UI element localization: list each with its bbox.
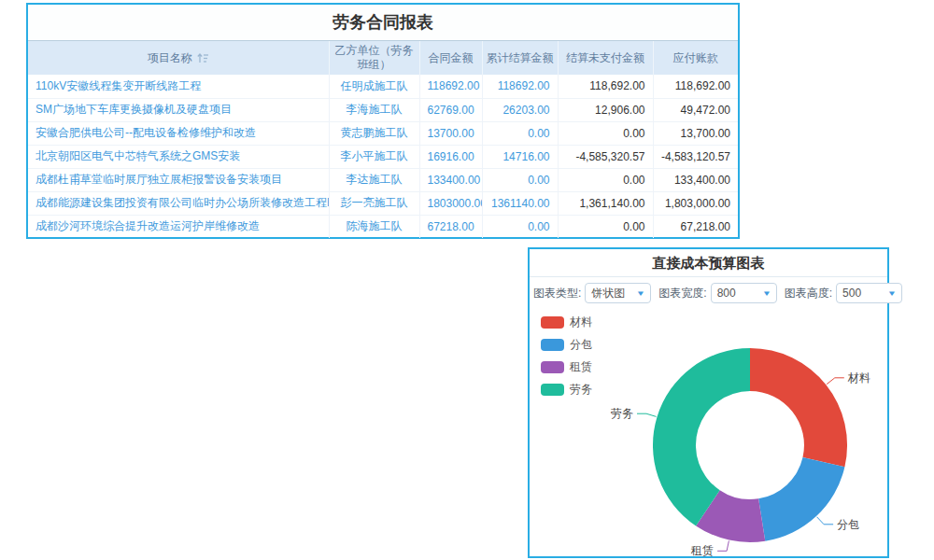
team-cell: 李小平施工队: [329, 145, 419, 168]
settled-amount-cell: 0.00: [482, 121, 558, 145]
direct-cost-budget-chart-panel: 直接成本预算图表 图表类型:饼状图▼图表宽度:800▼图表高度:500▼ 材料分…: [528, 247, 889, 558]
label-line-租赁: [717, 541, 729, 552]
team-cell: 黄志鹏施工队: [329, 121, 419, 145]
settled-amount-cell: 14716.00: [482, 145, 558, 168]
pie-slice-材料[interactable]: [750, 348, 847, 467]
contract-amount-cell: 13700.00: [419, 121, 482, 145]
team-cell: 李达施工队: [329, 168, 419, 191]
payable-amount-cell: 67,218.00: [653, 215, 738, 238]
chart-width-select[interactable]: 800▼: [711, 283, 777, 303]
team-cell: 李海施工队: [329, 98, 419, 121]
unpaid-amount-cell: -4,585,320.57: [558, 145, 653, 168]
column-header-5: 应付账款: [653, 41, 738, 75]
chart-legend: 材料分包租赁劳务: [541, 315, 592, 404]
table-row: 成都杜甫草堂临时展厅独立展柜报警设备安装项目李达施工队133400.000.00…: [28, 168, 738, 191]
chevron-down-icon: ▼: [762, 289, 771, 298]
project-name-cell[interactable]: 北京朝阳区电气中芯特气系统之GMS安装: [28, 145, 329, 168]
payable-amount-cell: 133,400.00: [653, 168, 738, 191]
chevron-down-icon: ▼: [887, 289, 897, 298]
chart-width-control: 图表宽度:800▼: [658, 283, 776, 303]
column-header-0[interactable]: 项目名称: [28, 41, 329, 75]
selected-value: 800: [717, 287, 736, 300]
legend-label: 劳务: [570, 382, 592, 398]
project-name-cell[interactable]: SM广场地下车库更换摄像机及硬盘项目: [28, 98, 329, 121]
chart-type-label: 图表类型:: [533, 286, 581, 301]
legend-swatch: [541, 316, 564, 329]
label-line-劳务: [637, 413, 657, 416]
chevron-down-icon: ▼: [636, 289, 645, 298]
contract-amount-cell: 67218.00: [419, 215, 482, 238]
legend-item-租赁[interactable]: 租赁: [541, 359, 592, 375]
column-header-2: 合同金额: [419, 41, 482, 75]
settled-amount-cell: 0.00: [482, 215, 558, 238]
settled-amount-cell: 26203.00: [482, 98, 558, 121]
project-name-cell[interactable]: 成都能源建设集团投资有限公司临时办公场所装修改造工程EPC: [28, 191, 329, 215]
column-header-label: 项目名称: [148, 51, 192, 64]
table-row: SM广场地下车库更换摄像机及硬盘项目李海施工队62769.0026203.001…: [28, 98, 738, 121]
table-row: 北京朝阳区电气中芯特气系统之GMS安装李小平施工队16916.0014716.0…: [28, 145, 738, 168]
unpaid-amount-cell: 0.00: [558, 215, 653, 238]
labor-contract-report-panel: 劳务合同报表 项目名称乙方单位（劳务班组）合同金额累计结算金额结算未支付金额应付…: [26, 3, 740, 239]
team-cell: 彭一亮施工队: [329, 191, 419, 215]
table-header-row: 项目名称乙方单位（劳务班组）合同金额累计结算金额结算未支付金额应付账款: [28, 41, 738, 75]
table-row: 成都沙河环境综合提升改造运河护岸维修改造陈海施工队67218.000.000.0…: [28, 215, 738, 238]
chart-panel-title: 直接成本预算图表: [530, 249, 887, 277]
selected-value: 500: [842, 287, 861, 300]
project-name-cell[interactable]: 安徽合肥供电公司--配电设备检修维护和改造: [28, 121, 329, 145]
unpaid-amount-cell: 0.00: [558, 121, 653, 145]
report-title: 劳务合同报表: [28, 5, 738, 41]
unpaid-amount-cell: 12,906.00: [558, 98, 653, 121]
legend-label: 分包: [570, 337, 592, 353]
slice-label-租赁: 租赁: [690, 544, 714, 556]
label-line-分包: [817, 517, 834, 525]
column-header-4: 结算未支付金额: [558, 41, 653, 75]
column-header-1: 乙方单位（劳务班组）: [329, 41, 419, 75]
payable-amount-cell: -4,583,120.57: [653, 145, 738, 168]
unpaid-amount-cell: 1,361,140.00: [558, 191, 653, 215]
slice-label-材料: 材料: [847, 371, 870, 385]
labor-contract-table: 项目名称乙方单位（劳务班组）合同金额累计结算金额结算未支付金额应付账款 110k…: [28, 41, 738, 238]
settled-amount-cell: 118692.00: [482, 75, 558, 98]
unpaid-amount-cell: 0.00: [558, 168, 653, 191]
payable-amount-cell: 13,700.00: [653, 121, 738, 145]
chart-height-label: 图表高度:: [785, 286, 832, 301]
payable-amount-cell: 1,803,000.00: [653, 191, 738, 215]
unpaid-amount-cell: 118,692.00: [558, 75, 653, 98]
settled-amount-cell: 1361140.00: [482, 191, 558, 215]
legend-item-劳务[interactable]: 劳务: [541, 382, 592, 398]
project-name-cell[interactable]: 成都杜甫草堂临时展厅独立展柜报警设备安装项目: [28, 168, 329, 191]
chart-type-control: 图表类型:饼状图▼: [533, 283, 651, 303]
legend-swatch: [541, 361, 564, 373]
table-row: 成都能源建设集团投资有限公司临时办公场所装修改造工程EPC彭一亮施工队18030…: [28, 191, 738, 215]
legend-label: 租赁: [570, 359, 592, 375]
slice-label-分包: 分包: [837, 518, 859, 531]
legend-item-材料[interactable]: 材料: [541, 315, 592, 330]
label-line-材料: [827, 378, 844, 385]
legend-swatch: [541, 339, 564, 351]
contract-amount-cell: 62769.00: [419, 98, 482, 121]
contract-amount-cell: 1803000.00: [419, 191, 482, 215]
contract-amount-cell: 16916.00: [419, 145, 482, 168]
chart-type-select[interactable]: 饼状图▼: [585, 283, 651, 303]
team-cell: 任明成施工队: [329, 75, 419, 98]
chart-width-label: 图表宽度:: [658, 286, 706, 301]
table-row: 安徽合肥供电公司--配电设备检修维护和改造黄志鹏施工队13700.000.000…: [28, 121, 738, 145]
slice-label-劳务: 劳务: [611, 407, 633, 420]
payable-amount-cell: 118,692.00: [653, 75, 738, 98]
contract-amount-cell: 118692.00: [419, 75, 482, 98]
payable-amount-cell: 49,472.00: [653, 98, 738, 121]
pie-slice-分包[interactable]: [758, 457, 844, 541]
legend-item-分包[interactable]: 分包: [541, 337, 592, 353]
team-cell: 陈海施工队: [329, 215, 419, 238]
donut-chart-area: 材料分包租赁劳务 材料分包租赁劳务: [530, 309, 887, 556]
legend-swatch: [541, 384, 564, 396]
selected-value: 饼状图: [591, 286, 625, 301]
settled-amount-cell: 0.00: [482, 168, 558, 191]
sort-ascending-icon[interactable]: [197, 52, 209, 63]
column-header-3: 累计结算金额: [482, 41, 558, 75]
contract-amount-cell: 133400.00: [419, 168, 482, 191]
project-name-cell[interactable]: 成都沙河环境综合提升改造运河护岸维修改造: [28, 215, 329, 238]
chart-height-control: 图表高度:500▼: [785, 283, 902, 303]
project-name-cell[interactable]: 110kV安徽线程集变开断线路工程: [28, 75, 329, 98]
chart-height-select[interactable]: 500▼: [836, 283, 902, 303]
